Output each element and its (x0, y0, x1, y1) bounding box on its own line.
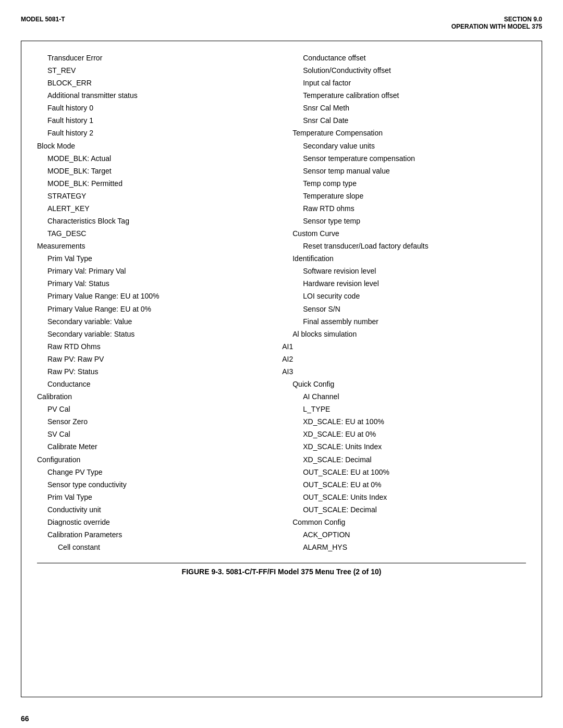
list-item: Conductivity unit (37, 503, 266, 516)
list-item: Temperature Compensation (282, 127, 526, 139)
list-item: Sensor temperature compensation (282, 152, 526, 165)
list-item: Snsr Cal Meth (282, 102, 526, 114)
main-content-border: Transducer ErrorST_REVBLOCK_ERRAdditiona… (21, 41, 542, 697)
list-item: Change PV Type (37, 466, 266, 478)
list-item: XD_SCALE: Units Index (282, 440, 526, 453)
list-item: Identification (282, 252, 526, 265)
list-item: Cell constant (37, 541, 266, 553)
list-item: Fault history 0 (37, 102, 266, 114)
list-item: PV Cal (37, 403, 266, 415)
list-item: Temperature calibration offset (282, 89, 526, 102)
list-item: Secondary value units (282, 140, 526, 152)
page: MODEL 5081-T SECTION 9.0 OPERATION WITH … (0, 0, 563, 728)
header-section: SECTION 9.0 OPERATION WITH MODEL 375 (451, 16, 542, 30)
list-item: Temp comp type (282, 177, 526, 190)
list-item: AI Channel (282, 390, 526, 403)
list-item: OUT_SCALE: Decimal (282, 503, 526, 516)
list-item: Conductance offset (282, 52, 526, 64)
list-item: Primary Value Range: EU at 100% (37, 290, 266, 302)
list-item: Calibrate Meter (37, 440, 266, 453)
list-item: XD_SCALE: EU at 100% (282, 415, 526, 428)
list-item: XD_SCALE: EU at 0% (282, 428, 526, 440)
list-item: Diagnostic override (37, 516, 266, 528)
list-item: Temperature slope (282, 190, 526, 202)
list-item: Sensor S/N (282, 303, 526, 315)
list-item: Sensor temp manual value (282, 165, 526, 177)
list-item: BLOCK_ERR (37, 77, 266, 89)
list-item: L_TYPE (282, 403, 526, 415)
list-item: Calibration (37, 390, 266, 403)
list-item: Configuration (37, 453, 266, 466)
list-item: Primary Val: Primary Val (37, 265, 266, 277)
list-item: Quick Config (282, 378, 526, 390)
list-item: Calibration Parameters (37, 528, 266, 541)
list-item: ALERT_KEY (37, 202, 266, 215)
right-column: Conductance offsetSolution/Conductivity … (272, 52, 526, 553)
list-item: AI3 (282, 365, 526, 378)
list-item: TAG_DESC (37, 227, 266, 240)
list-item: Primary Value Range: EU at 0% (37, 303, 266, 315)
list-item: Snsr Cal Date (282, 114, 526, 127)
list-item: Input cal factor (282, 77, 526, 89)
list-item: LOI security code (282, 290, 526, 302)
page-header: MODEL 5081-T SECTION 9.0 OPERATION WITH … (21, 16, 542, 30)
content-columns: Transducer ErrorST_REVBLOCK_ERRAdditiona… (37, 52, 526, 553)
figure-caption: FIGURE 9-3. 5081-C/T-FF/FI Model 375 Men… (37, 563, 526, 576)
list-item: Common Config (282, 516, 526, 528)
list-item: Raw PV: Raw PV (37, 353, 266, 365)
list-item: Additional transmitter status (37, 89, 266, 102)
list-item: MODE_BLK: Permitted (37, 177, 266, 190)
list-item: Hardware revision level (282, 277, 526, 290)
list-item: Conductance (37, 378, 266, 390)
list-item: AI1 (282, 340, 526, 353)
list-item: OUT_SCALE: EU at 0% (282, 478, 526, 491)
list-item: Block Mode (37, 140, 266, 152)
header-model: MODEL 5081-T (21, 16, 65, 30)
list-item: Solution/Conductivity offset (282, 64, 526, 77)
list-item: Primary Val: Status (37, 277, 266, 290)
list-item: ST_REV (37, 64, 266, 77)
list-item: Transducer Error (37, 52, 266, 64)
list-item: OUT_SCALE: Units Index (282, 491, 526, 503)
list-item: Prim Val Type (37, 491, 266, 503)
page-number: 66 (21, 714, 29, 723)
list-item: Raw RTD Ohms (37, 340, 266, 353)
list-item: MODE_BLK: Target (37, 165, 266, 177)
list-item: AI2 (282, 353, 526, 365)
list-item: Fault history 1 (37, 114, 266, 127)
list-item: Measurements (37, 240, 266, 252)
list-item: Raw PV: Status (37, 365, 266, 378)
list-item: Characteristics Block Tag (37, 215, 266, 227)
list-item: Fault history 2 (37, 127, 266, 139)
list-item: Sensor type temp (282, 215, 526, 227)
list-item: Sensor Zero (37, 415, 266, 428)
left-column: Transducer ErrorST_REVBLOCK_ERRAdditiona… (37, 52, 272, 553)
list-item: MODE_BLK: Actual (37, 152, 266, 165)
list-item: XD_SCALE: Decimal (282, 453, 526, 466)
list-item: SV Cal (37, 428, 266, 440)
list-item: Secondary variable: Value (37, 315, 266, 328)
list-item: Secondary variable: Status (37, 328, 266, 340)
list-item: ALARM_HYS (282, 541, 526, 553)
list-item: OUT_SCALE: EU at 100% (282, 466, 526, 478)
list-item: Custom Curve (282, 227, 526, 240)
list-item: STRATEGY (37, 190, 266, 202)
list-item: Reset transducer/Load factory defaults (282, 240, 526, 252)
list-item: Raw RTD ohms (282, 202, 526, 215)
list-item: Al blocks simulation (282, 328, 526, 340)
list-item: ACK_OPTION (282, 528, 526, 541)
list-item: Prim Val Type (37, 252, 266, 265)
list-item: Software revision level (282, 265, 526, 277)
list-item: Final assembly number (282, 315, 526, 328)
list-item: Sensor type conductivity (37, 478, 266, 491)
